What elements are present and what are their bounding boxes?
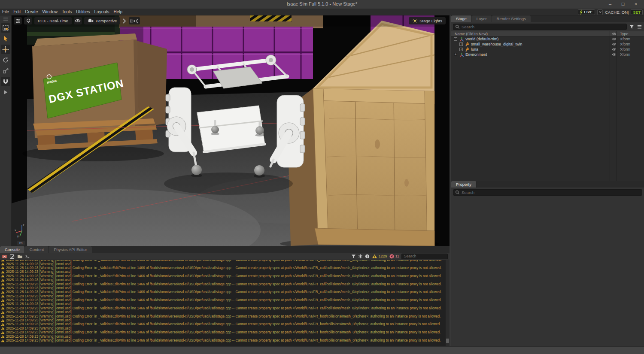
stage-search-input[interactable]: Search	[453, 24, 627, 30]
menu-utilities[interactable]: Utilities	[74, 9, 92, 15]
property-search-input[interactable]: Search	[453, 189, 642, 196]
cursor-select-tool[interactable]	[1, 34, 10, 43]
prim-type: Xform	[617, 37, 644, 41]
log-text: 2025-11-28 14:09:23 [Warning] [omni.usd]…	[6, 315, 440, 318]
titlebar: Isaac Sim Full 5.1.0 - New Stage* – □ ×	[0, 0, 644, 9]
options-icon[interactable]	[636, 24, 642, 30]
toolbar-grip[interactable]	[1, 17, 10, 22]
scrollbar-handle[interactable]	[446, 339, 449, 343]
axis-y-label: y	[17, 235, 19, 238]
camera-label: Perspective	[96, 18, 117, 23]
filter-log-icon[interactable]	[351, 254, 356, 259]
tab-stage[interactable]: Stage	[451, 15, 472, 22]
tab-render-settings[interactable]: Render Settings	[492, 15, 531, 22]
menu-layouts[interactable]: Layouts	[92, 9, 112, 15]
snap-tool[interactable]	[1, 77, 10, 86]
open-log-folder-icon[interactable]	[17, 254, 23, 259]
log-text: 2025-11-28 14:09:23 [Warning] [omni.usd]…	[6, 298, 442, 302]
warning-icon	[1, 262, 5, 266]
set-button[interactable]: SET	[631, 9, 643, 15]
menu-edit[interactable]: Edit	[11, 9, 23, 15]
warning-count-badge[interactable]: 1229	[372, 254, 387, 259]
info-filter-icon[interactable]	[365, 254, 370, 259]
render-mode-button[interactable]	[24, 17, 32, 24]
stage-tree-header[interactable]: Name (Old to New) Type	[451, 31, 644, 36]
viewport-menu-button[interactable]	[14, 17, 22, 24]
name-cell: +small_warehouse_digital_twin	[451, 42, 611, 47]
menu-window[interactable]: Window	[40, 9, 60, 15]
filter-icon[interactable]	[629, 24, 635, 30]
tab-physics-api-editor[interactable]: Physics API Editor	[49, 246, 92, 253]
play-button[interactable]	[1, 88, 10, 97]
search-placeholder: Search	[404, 254, 416, 258]
property-panel-tabs: Property	[451, 181, 644, 188]
rotate-tool[interactable]	[1, 55, 10, 65]
minimize-button[interactable]: –	[605, 0, 616, 9]
viewport-scene[interactable]: NVIDIA DGX STATION	[12, 15, 450, 246]
play-icon	[3, 89, 9, 95]
console-scrollbar[interactable]	[446, 260, 450, 346]
console-log-line: 2025-11-28 14:09:23 [Warning] [omni.usd]…	[1, 306, 450, 310]
warning-count: 1229	[379, 254, 387, 258]
close-button[interactable]: ×	[630, 0, 641, 9]
expander-toggle[interactable]: +	[454, 53, 457, 56]
log-text: 2025-11-28 14:09:23 [Warning] [omni.usd]	[6, 278, 71, 282]
chevron-right-icon[interactable]	[122, 18, 127, 24]
clear-console-icon[interactable]	[2, 254, 7, 259]
warning-icon	[1, 303, 5, 306]
camera-selector[interactable]: Perspective	[84, 17, 121, 24]
name-cell: −World (defaultPrim)	[451, 37, 611, 42]
menu-file[interactable]: File	[0, 9, 11, 15]
edit-log-icon[interactable]	[9, 254, 15, 259]
move-icon	[2, 46, 9, 53]
tab-property[interactable]: Property	[451, 181, 477, 188]
search-placeholder: Search	[462, 190, 474, 195]
unit-indicator: m	[17, 241, 25, 245]
warning-icon	[1, 274, 5, 278]
viewport[interactable]: NVIDIA DGX STATION	[12, 15, 450, 246]
renderer-selector[interactable]: RTX - Real-Time	[34, 17, 72, 24]
lightning-icon	[579, 9, 583, 15]
menu-tools[interactable]: Tools	[60, 9, 74, 15]
tree-row-small-warehouse-digital-twin[interactable]: +small_warehouse_digital_twinXform	[451, 42, 644, 47]
console-log-line: 2025-11-28 14:09:23 [Warning] [omni.usd]	[1, 278, 450, 282]
console-log-line: 2025-11-28 14:09:23 [Warning] [omni.usd]…	[1, 266, 450, 270]
live-dropdown[interactable]	[597, 9, 603, 15]
console-log-line: 2025-11-28 14:09:23 [Warning] [omni.usd]	[1, 334, 450, 338]
prim-type: Xform	[617, 52, 644, 57]
stage-lights-button[interactable]: Stage Lights	[409, 17, 446, 24]
menu-help[interactable]: Help	[112, 9, 125, 15]
tree-row-luna[interactable]: +lunaXform	[451, 47, 644, 52]
console-search-input[interactable]: Search	[401, 254, 448, 259]
tab-content[interactable]: Content	[25, 246, 49, 253]
name-column-header[interactable]: Name (Old to New)	[451, 32, 611, 36]
warning-icon	[1, 327, 5, 330]
expander-toggle[interactable]: +	[459, 42, 463, 46]
sun-icon	[412, 18, 418, 24]
log-text: 2025-11-28 14:09:23 [Warning] [omni.usd]	[6, 310, 71, 314]
tab-console[interactable]: Console	[0, 246, 25, 253]
console-log-line: 2025-11-28 14:09:23 [Warning] [omni.usd]	[1, 310, 450, 314]
maximize-button[interactable]: □	[617, 0, 629, 9]
tab-layer[interactable]: Layer	[472, 15, 492, 22]
reference-icon	[465, 42, 470, 47]
warning-icon	[1, 294, 5, 298]
select-mode-tool[interactable]	[1, 23, 10, 33]
type-column-header[interactable]: Type	[617, 32, 644, 36]
broadcast-button[interactable]	[129, 17, 140, 24]
error-count-badge[interactable]: 11	[389, 254, 399, 259]
expander-toggle[interactable]: −	[454, 37, 457, 41]
tree-row-world-defaultprim-[interactable]: −World (defaultPrim)Xform	[451, 36, 644, 42]
live-button[interactable]: LIVE	[578, 9, 595, 15]
visibility-button[interactable]	[74, 17, 82, 24]
move-tool[interactable]	[1, 45, 10, 54]
terminal-toggle-icon[interactable]	[25, 254, 30, 259]
tree-row-environment[interactable]: +EnvironmentXform	[451, 52, 644, 57]
broadcast-icon	[131, 18, 138, 24]
console-log[interactable]: 2025-11-28 14:09:23 [Warning] [omni.usd]…	[0, 260, 450, 346]
scale-tool[interactable]	[1, 66, 10, 76]
console-log-line: 2025-11-28 14:09:23 [Warning] [omni.usd]	[1, 327, 450, 330]
menu-create[interactable]: Create	[23, 9, 40, 15]
expander-toggle[interactable]: +	[459, 48, 463, 51]
clear-filters-icon[interactable]	[358, 254, 363, 259]
